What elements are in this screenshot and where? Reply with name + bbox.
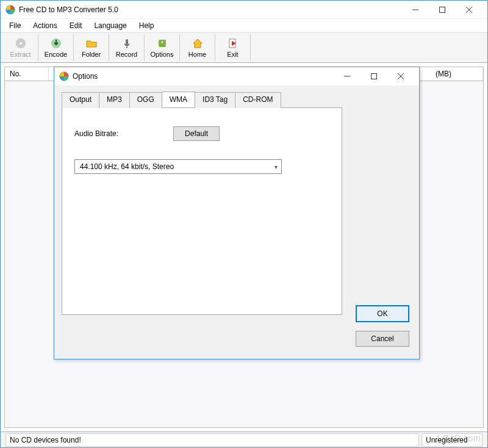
menu-edit[interactable]: Edit	[63, 20, 88, 31]
exit-icon	[227, 37, 239, 49]
toolbar-options[interactable]: * Options	[145, 34, 180, 61]
maximize-icon	[439, 7, 445, 13]
column-mb[interactable]: (MB)	[431, 67, 483, 81]
menubar: File Actions Edit Language Help	[1, 19, 487, 32]
dialog-buttons: OK Cancel	[356, 305, 409, 347]
svg-text:*: *	[161, 40, 163, 47]
record-icon	[121, 37, 133, 49]
default-button[interactable]: Default	[173, 126, 220, 141]
maximize-icon	[371, 73, 377, 79]
tabs: Output MP3 OGG WMA ID3 Tag CD-ROM	[62, 92, 412, 107]
encode-icon	[50, 37, 62, 49]
menu-language[interactable]: Language	[88, 20, 132, 31]
dialog-icon	[59, 71, 69, 81]
main-titlebar: Free CD to MP3 Converter 5.0	[1, 1, 487, 19]
toolbar-options-label: Options	[151, 51, 174, 58]
dialog-titlebar: Options	[54, 67, 419, 85]
ok-button[interactable]: OK	[356, 305, 409, 322]
menu-actions[interactable]: Actions	[27, 20, 63, 31]
tab-panel-wma: Audio Bitrate: Default 44.100 kHz, 64 kb…	[62, 107, 342, 315]
dialog-title: Options	[73, 72, 334, 81]
toolbar-folder-label: Folder	[82, 51, 101, 58]
dialog-minimize-button[interactable]	[334, 68, 361, 85]
dialog-window-controls	[334, 68, 414, 85]
toolbar-record-label: Record	[116, 51, 137, 58]
toolbar-extract-label: Extract	[10, 51, 30, 58]
tab-mp3[interactable]: MP3	[99, 92, 130, 108]
status-message: No CD devices found!	[5, 433, 419, 447]
tab-id3tag[interactable]: ID3 Tag	[195, 92, 235, 108]
tab-cdrom[interactable]: CD-ROM	[235, 92, 281, 108]
home-icon	[192, 37, 204, 49]
svg-rect-14	[371, 74, 377, 79]
maximize-button[interactable]	[429, 1, 456, 18]
svg-point-6	[20, 42, 22, 45]
folder-icon	[85, 37, 98, 49]
toolbar-folder[interactable]: Folder	[74, 34, 109, 61]
options-dialog: Options Output MP3 OGG WMA ID3 Tag CD-RO…	[54, 67, 420, 359]
dialog-close-button[interactable]	[387, 68, 414, 85]
minimize-icon	[344, 73, 350, 79]
dialog-maximize-button[interactable]	[361, 68, 387, 85]
svg-rect-8	[126, 39, 128, 45]
chevron-down-icon: ▾	[274, 164, 278, 170]
svg-rect-2	[440, 7, 445, 12]
toolbar-exit[interactable]: Exit	[215, 34, 251, 61]
tab-output[interactable]: Output	[62, 92, 99, 108]
toolbar-encode-label: Encode	[45, 51, 67, 58]
tab-ogg[interactable]: OGG	[129, 92, 162, 108]
close-icon	[466, 7, 472, 13]
minimize-icon	[412, 7, 418, 13]
bitrate-dropdown-value: 44.100 kHz, 64 kbit/s, Stereo	[80, 162, 174, 171]
window-controls	[402, 1, 483, 18]
close-icon	[398, 73, 404, 79]
toolbar-extract: Extract	[3, 34, 38, 61]
statusbar: No CD devices found! Unregistered	[1, 432, 487, 447]
bitrate-dropdown[interactable]: 44.100 kHz, 64 kbit/s, Stereo ▾	[74, 159, 282, 174]
extract-icon	[15, 37, 27, 49]
menu-help[interactable]: Help	[133, 20, 160, 31]
app-icon	[5, 5, 15, 15]
toolbar-exit-label: Exit	[227, 51, 238, 58]
close-button[interactable]	[456, 1, 483, 18]
status-registration: Unregistered	[422, 433, 483, 447]
toolbar: Extract Encode Folder Record * Options H…	[1, 32, 487, 63]
tab-wma[interactable]: WMA	[162, 92, 195, 107]
bitrate-label: Audio Bitrate:	[74, 129, 118, 138]
toolbar-record[interactable]: Record	[109, 34, 145, 61]
minimize-button[interactable]	[402, 1, 429, 18]
toolbar-home-label: Home	[188, 51, 206, 58]
menu-file[interactable]: File	[3, 20, 27, 31]
main-title: Free CD to MP3 Converter 5.0	[19, 5, 402, 14]
dialog-body: Output MP3 OGG WMA ID3 Tag CD-ROM Audio …	[54, 85, 419, 359]
toolbar-encode[interactable]: Encode	[38, 34, 74, 61]
cancel-button[interactable]: Cancel	[356, 331, 409, 347]
toolbar-home[interactable]: Home	[180, 34, 215, 61]
options-icon: *	[156, 37, 168, 49]
column-no[interactable]: No.	[5, 67, 49, 81]
